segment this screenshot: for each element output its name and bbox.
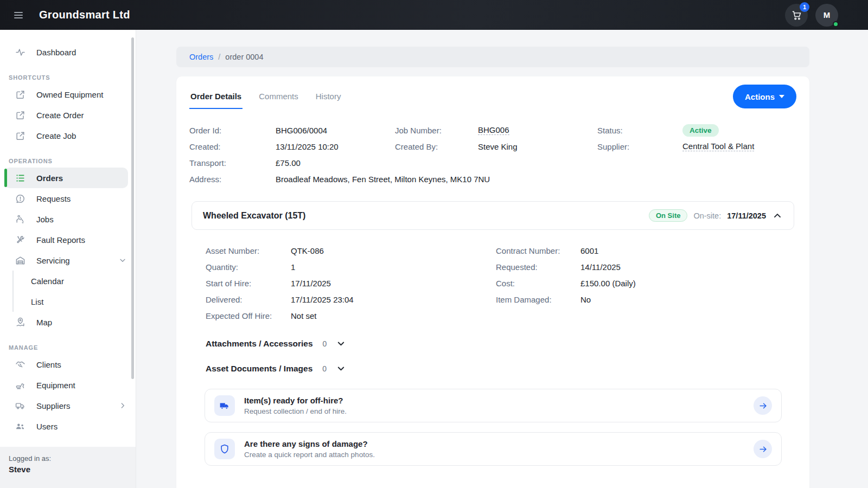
online-status-dot (833, 21, 839, 27)
sidebar-item-create-order[interactable]: Create Order (0, 105, 136, 125)
created-label: Created: (189, 142, 276, 151)
sidebar-item-clients[interactable]: Clients (0, 354, 136, 375)
garage-icon (15, 255, 25, 266)
sidebar-item-label: Users (36, 422, 58, 431)
delivered-value: 17/11/2025 23:04 (291, 295, 354, 304)
logged-in-user: Steve (9, 465, 127, 474)
list-icon (15, 173, 25, 183)
tools-icon (15, 235, 25, 245)
menu-icon[interactable] (14, 12, 25, 18)
sidebar-item-servicing[interactable]: Servicing (0, 250, 136, 271)
damage-subtitle: Create a quick report and attach photos. (244, 451, 375, 459)
job-number-value[interactable]: BHG006 (478, 125, 509, 135)
status-badge: Active (682, 124, 719, 137)
sidebar-item-label: List (31, 297, 43, 306)
sidebar-item-requests[interactable]: Requests (0, 188, 136, 209)
sidebar-section-shortcuts: SHORTCUTS (0, 74, 136, 81)
tab-comments[interactable]: Comments (258, 84, 299, 109)
external-link-icon (15, 110, 25, 120)
breadcrumb-current: order 0004 (225, 53, 263, 61)
documents-section-toggle[interactable]: Asset Documents / Images 0 (189, 363, 796, 374)
item-damaged-value: No (580, 295, 591, 304)
sidebar-item-suppliers[interactable]: Suppliers (0, 395, 136, 416)
truck-icon (15, 401, 25, 411)
caret-down-icon (779, 95, 784, 98)
sidebar-item-owned-equipment[interactable]: Owned Equipment (0, 84, 136, 105)
actions-button[interactable]: Actions (733, 85, 796, 108)
contract-number-value: 6001 (580, 246, 598, 255)
sidebar-item-orders[interactable]: Orders (4, 168, 128, 188)
asset-accordion-header[interactable]: Wheeled Excavator (15T) On Site On-site:… (192, 201, 794, 230)
sidebar-item-label: Map (36, 318, 52, 327)
delivered-label: Delivered: (206, 295, 291, 304)
sidebar-item-label: Jobs (36, 215, 54, 224)
shield-icon (214, 439, 235, 459)
off-hire-card[interactable]: Item(s) ready for off-hire? Request coll… (205, 389, 782, 422)
arrow-right-button[interactable] (754, 440, 772, 458)
asset-number-value: QTK-086 (291, 246, 324, 255)
sidebar-item-users[interactable]: Users (0, 416, 136, 436)
sidebar-item-list[interactable]: List (14, 291, 136, 312)
transport-label: Transport: (189, 158, 276, 168)
avatar[interactable]: M (815, 4, 838, 27)
off-hire-subtitle: Request collection / end of hire. (244, 407, 347, 415)
chevron-up-icon (772, 210, 783, 221)
start-of-hire-value: 17/11/2025 (291, 279, 331, 288)
supplier-value[interactable]: Central Tool & Plant (682, 142, 754, 151)
person-digging-icon (15, 214, 25, 224)
chevron-down-icon (336, 338, 346, 349)
address-label: Address: (189, 175, 276, 184)
contract-number-label: Contract Number: (496, 246, 580, 255)
created-by-value: Steve King (478, 142, 518, 151)
sidebar-item-label: Requests (36, 194, 71, 203)
sidebar-item-equipment[interactable]: Equipment (0, 375, 136, 395)
arrow-right-button[interactable] (754, 396, 772, 415)
damage-title: Are there any signs of damage? (244, 439, 375, 448)
documents-title: Asset Documents / Images (206, 364, 312, 374)
damage-report-card[interactable]: Are there any signs of damage? Create a … (205, 432, 782, 466)
cost-value: £150.00 (Daily) (580, 279, 636, 288)
handshake-icon (15, 359, 25, 370)
sidebar-section-operations: OPERATIONS (0, 158, 136, 164)
breadcrumb: Orders / order 0004 (176, 47, 809, 67)
tab-order-details[interactable]: Order Details (189, 84, 242, 109)
sidebar-item-label: Suppliers (36, 401, 71, 410)
order-id-value: BHG006/0004 (276, 126, 327, 135)
off-hire-title: Item(s) ready for off-hire? (244, 396, 347, 405)
sidebar-item-label: Dashboard (36, 48, 76, 57)
chevron-right-icon (118, 401, 127, 410)
sidebar-item-label: Orders (36, 174, 63, 183)
requested-label: Requested: (496, 262, 580, 272)
sidebar-item-label: Servicing (36, 256, 70, 265)
sidebar-item-fault-reports[interactable]: Fault Reports (0, 229, 136, 250)
asset-number-label: Asset Number: (206, 246, 291, 255)
expected-off-hire-label: Expected Off Hire: (206, 311, 291, 320)
breadcrumb-orders-link[interactable]: Orders (189, 53, 213, 61)
expected-off-hire-value: Not set (291, 311, 317, 320)
attachments-section-toggle[interactable]: Attachments / Accessories 0 (189, 338, 796, 349)
external-link-icon (15, 131, 25, 141)
onsite-badge: On Site (649, 209, 688, 222)
sidebar-item-dashboard[interactable]: Dashboard (0, 42, 136, 62)
breadcrumb-separator: / (218, 53, 220, 61)
cart-button[interactable]: 1 (785, 4, 808, 27)
asset-title: Wheeled Excavator (15T) (203, 211, 305, 221)
cart-count-badge: 1 (800, 2, 809, 12)
attachments-count: 0 (323, 339, 327, 348)
map-pin-icon (15, 317, 25, 328)
tab-history[interactable]: History (315, 84, 342, 109)
order-details-grid: Order Id:BHG006/0004 Created:13/11/2025 … (189, 122, 796, 187)
sidebar-item-calendar[interactable]: Calendar (14, 271, 136, 291)
documents-count: 0 (322, 364, 327, 373)
comment-alert-icon (15, 194, 25, 204)
sidebar-scrollbar[interactable] (131, 37, 134, 379)
sidebar-item-label: Calendar (31, 277, 64, 286)
sidebar-item-jobs[interactable]: Jobs (0, 209, 136, 229)
quantity-value: 1 (291, 262, 295, 272)
sidebar-item-map[interactable]: Map (0, 312, 136, 332)
sidebar-item-create-job[interactable]: Create Job (0, 125, 136, 146)
sidebar-item-label: Equipment (36, 381, 75, 390)
chevron-down-icon (118, 256, 127, 265)
main-content: Orders / order 0004 Order Details Commen… (136, 30, 868, 488)
logged-in-label: Logged in as: (9, 454, 127, 463)
